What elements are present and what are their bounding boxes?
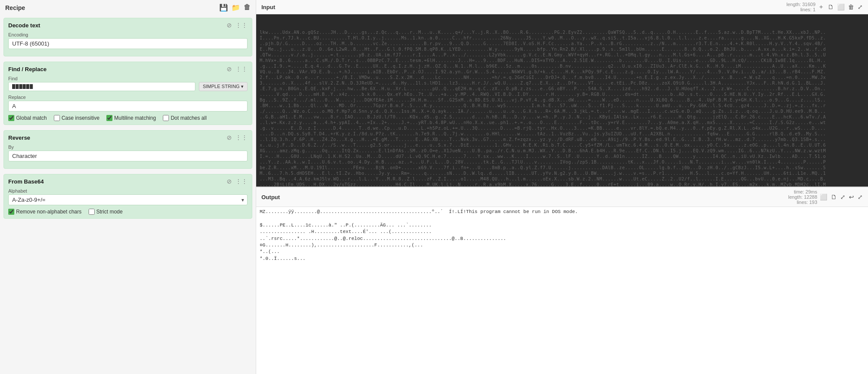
decode-text-drag-icon[interactable]: ⋮⋮ (235, 22, 248, 29)
recipe-header-icons: 💾 📁 🗑 (219, 3, 251, 12)
find-field-group: Find SIMPLE STRING ▾ (8, 76, 248, 91)
output-fullscreen-icon[interactable]: ⤢ (858, 194, 863, 200)
input-length-text: length: 31609 (786, 2, 815, 7)
replace-field-group: Replace (8, 95, 248, 112)
from-base64-section: From Base64 ⊘ ⋮⋮ Alphabet A-Za-z0-9+/= R… (3, 174, 252, 219)
by-input[interactable] (8, 151, 248, 161)
find-replace-disable-icon[interactable]: ⊘ (227, 66, 232, 72)
output-save-icon[interactable]: 🗋 (831, 194, 837, 200)
output-time-text: time: 29ms (788, 189, 817, 194)
reverse-header: Reverse ⊘ ⋮⋮ (8, 134, 248, 141)
delete-icon[interactable]: 🗑 (244, 3, 251, 12)
input-length: 31609 (802, 2, 815, 7)
find-replace-actions: ⊘ ⋮⋮ (227, 66, 248, 72)
decode-text-title: Decode text (8, 22, 40, 29)
remove-non-alphabet-checkbox-item[interactable]: Remove non-alphabet chars (8, 209, 82, 215)
encoding-field-group: Encoding (8, 32, 248, 49)
dot-matches-label: Dot matches all (171, 115, 207, 121)
find-row: SIMPLE STRING ▾ (8, 82, 248, 91)
base64-checkboxes: Remove non-alphabet chars Strict mode (8, 209, 248, 215)
output-copy-icon[interactable]: ⬜ (820, 194, 827, 200)
multiline-label: Multiline matching (114, 115, 156, 121)
input-noise-content: lkw.....Udx.AN.o.gQSz....JH...D.....gs..… (260, 30, 865, 187)
find-input-wrap (8, 82, 195, 91)
remove-non-alphabet-checkbox[interactable] (8, 209, 14, 215)
replace-label: Replace (8, 95, 248, 100)
global-match-label: Global match (16, 115, 47, 121)
recipe-title: Recipe (5, 4, 25, 11)
decode-text-actions: ⊘ ⋮⋮ (227, 22, 248, 29)
multiline-checkbox-item[interactable]: Multiline matching (106, 115, 156, 121)
case-insensitive-checkbox[interactable] (54, 115, 60, 121)
input-add-icon[interactable]: ＋ (818, 3, 824, 11)
reverse-drag-icon[interactable]: ⋮⋮ (235, 134, 248, 141)
open-icon[interactable]: 📁 (231, 3, 240, 12)
strict-mode-checkbox-item[interactable]: Strict mode (89, 209, 123, 215)
reverse-section: Reverse ⊘ ⋮⋮ By (3, 130, 252, 169)
output-header-right: time: 29ms length: 12288 lines: 193 ⬜ 🗋 … (788, 189, 863, 205)
from-base64-actions: ⊘ ⋮⋮ (227, 178, 248, 185)
output-length-text: length: 12288 (788, 194, 817, 200)
input-expand-icon[interactable]: ⤢ (858, 3, 863, 10)
case-insensitive-checkbox-item[interactable]: Case insensitive (54, 115, 99, 121)
multiline-checkbox[interactable] (106, 115, 112, 121)
input-paste-icon[interactable]: ⬜ (837, 3, 845, 10)
encoding-input[interactable] (8, 38, 248, 49)
find-replace-drag-icon[interactable]: ⋮⋮ (235, 66, 248, 72)
encoding-label: Encoding (8, 32, 248, 37)
input-content[interactable]: lkw.....Udx.AN.o.gQSz....JH...D.....gs..… (256, 14, 868, 187)
replace-input[interactable] (8, 101, 248, 112)
right-panel: Input length: 31609 lines: 1 ＋ 🗋 ⬜ 🗑 ⤢ l… (256, 0, 868, 374)
output-title: Output (261, 194, 280, 200)
case-insensitive-label: Case insensitive (62, 115, 99, 121)
decode-text-header: Decode text ⊘ ⋮⋮ (8, 22, 248, 29)
strict-mode-checkbox[interactable] (89, 209, 95, 215)
find-label: Find (8, 76, 248, 81)
alphabet-select-wrap: A-Za-z0-9+/= (8, 194, 248, 205)
by-label: By (8, 144, 248, 150)
by-field-group: By (8, 144, 248, 161)
global-match-checkbox[interactable] (8, 115, 14, 121)
input-lines-text: lines: 1 (786, 7, 815, 12)
output-length: 12288 (804, 194, 817, 200)
alphabet-field-group: Alphabet A-Za-z0-9+/= (8, 188, 248, 205)
input-section: Input length: 31609 lines: 1 ＋ 🗋 ⬜ 🗑 ⤢ l… (256, 0, 868, 187)
strict-mode-label: Strict mode (96, 209, 123, 215)
left-panel: Recipe 💾 📁 🗑 Decode text ⊘ ⋮⋮ Encoding F… (0, 0, 256, 374)
find-type-button[interactable]: SIMPLE STRING ▾ (199, 82, 248, 91)
reverse-title: Reverse (8, 135, 30, 141)
output-actions: ⬜ 🗋 ⤢ ↩ ⤢ (820, 194, 863, 200)
find-input[interactable] (8, 82, 195, 91)
output-time: 29ms (805, 189, 817, 194)
input-lines: 1 (813, 7, 815, 12)
input-clear-icon[interactable]: 🗑 (848, 3, 854, 10)
output-section: Output time: 29ms length: 12288 lines: 1… (256, 187, 868, 374)
remove-non-alphabet-label: Remove non-alphabet chars (16, 209, 82, 215)
reverse-disable-icon[interactable]: ⊘ (227, 134, 232, 141)
find-replace-section: Find / Replace ⊘ ⋮⋮ Find SIMPLE STRING ▾… (3, 62, 252, 125)
from-base64-disable-icon[interactable]: ⊘ (227, 178, 232, 185)
from-base64-drag-icon[interactable]: ⋮⋮ (235, 178, 248, 185)
decode-text-disable-icon[interactable]: ⊘ (227, 22, 232, 29)
input-actions: ＋ 🗋 ⬜ 🗑 ⤢ (818, 3, 863, 11)
recipe-header: Recipe 💾 📁 🗑 (0, 0, 256, 15)
output-header: Output time: 29ms length: 12288 lines: 1… (256, 187, 868, 207)
input-file-icon[interactable]: 🗋 (828, 3, 834, 10)
input-title: Input (261, 4, 275, 10)
dot-matches-checkbox-item[interactable]: Dot matches all (163, 115, 207, 121)
alphabet-label: Alphabet (8, 188, 248, 194)
alphabet-select[interactable]: A-Za-z0-9+/= (8, 194, 248, 205)
output-expand-icon[interactable]: ⤢ (840, 194, 845, 200)
input-meta: length: 31609 lines: 1 (786, 2, 815, 12)
output-undo-icon[interactable]: ↩ (849, 194, 854, 200)
dot-matches-checkbox[interactable] (163, 115, 169, 121)
decode-text-section: Decode text ⊘ ⋮⋮ Encoding (3, 18, 252, 56)
output-content[interactable]: MZ........ÿÿ........@...................… (256, 207, 868, 374)
reverse-actions: ⊘ ⋮⋮ (227, 134, 248, 141)
find-replace-title: Find / Replace (8, 66, 46, 72)
from-base64-title: From Base64 (8, 178, 44, 185)
find-replace-checkboxes: Global match Case insensitive Multiline … (8, 115, 248, 121)
global-match-checkbox-item[interactable]: Global match (8, 115, 47, 121)
find-replace-header: Find / Replace ⊘ ⋮⋮ (8, 66, 248, 72)
save-icon[interactable]: 💾 (219, 3, 228, 12)
